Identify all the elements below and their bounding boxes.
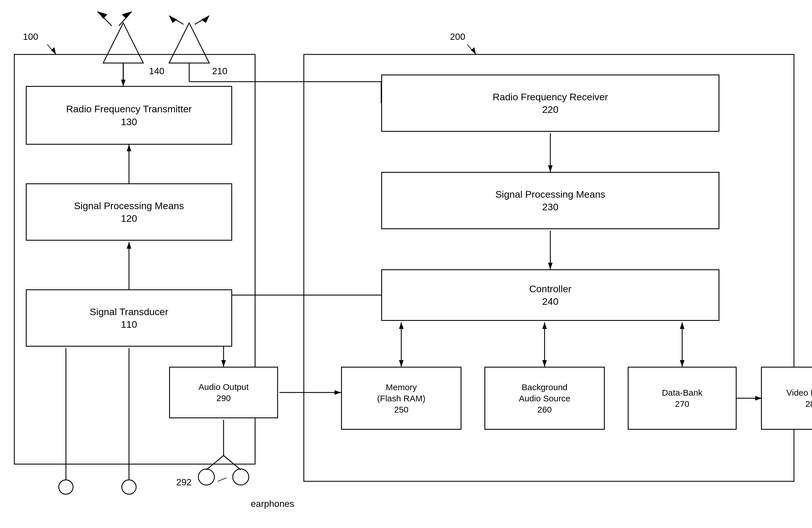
signal-transducer-label: Signal Transducer 110 xyxy=(90,305,168,331)
svg-point-24 xyxy=(122,480,136,494)
svg-marker-43 xyxy=(334,390,341,395)
rf-receiver-block: Radio Frequency Receiver 220 xyxy=(381,74,720,132)
ref-292: 292 xyxy=(176,477,191,488)
video-display-block: Video Display 280 xyxy=(761,367,812,430)
memory-block: Memory (Flash RAM) 250 xyxy=(341,367,462,430)
background-audio-block: Background Audio Source 260 xyxy=(484,367,605,430)
svg-point-23 xyxy=(59,480,73,494)
svg-line-56 xyxy=(218,478,227,481)
memory-label: Memory (Flash RAM) 250 xyxy=(377,382,425,415)
svg-marker-35 xyxy=(542,360,547,367)
svg-marker-22 xyxy=(127,242,131,249)
signal-processing-120-label: Signal Processing Means 120 xyxy=(74,200,184,225)
ref-100: 100 xyxy=(23,31,38,42)
svg-point-50 xyxy=(198,469,214,485)
earphones-label: earphones xyxy=(251,498,294,509)
svg-marker-39 xyxy=(680,322,684,329)
svg-marker-4 xyxy=(98,12,107,19)
svg-marker-6 xyxy=(122,12,132,19)
svg-line-3 xyxy=(98,12,112,26)
signal-processing-230-block: Signal Processing Means 230 xyxy=(381,172,720,229)
ref-210: 210 xyxy=(212,66,227,76)
svg-marker-46 xyxy=(221,360,226,367)
diagram: Radio Frequency Transmitter 130 Signal P… xyxy=(0,0,812,528)
rf-transmitter-label: Radio Frequency Transmitter 130 xyxy=(66,103,192,128)
ref-200: 200 xyxy=(450,31,465,42)
svg-marker-55 xyxy=(471,47,476,55)
video-display-label: Video Display 280 xyxy=(786,387,812,409)
signal-processing-120-block: Signal Processing Means 120 xyxy=(26,184,232,241)
svg-marker-38 xyxy=(680,360,684,367)
rf-receiver-label: Radio Frequency Receiver 220 xyxy=(493,90,608,116)
svg-line-52 xyxy=(47,44,56,55)
signal-processing-230-label: Signal Processing Means 230 xyxy=(495,188,605,213)
ref-140: 140 xyxy=(149,66,164,76)
svg-line-48 xyxy=(206,455,223,470)
svg-point-51 xyxy=(233,469,249,485)
signal-transducer-block: Signal Transducer 110 xyxy=(26,289,232,347)
audio-output-label: Audio Output 290 xyxy=(198,381,248,404)
svg-marker-33 xyxy=(399,322,404,329)
svg-line-5 xyxy=(119,12,132,26)
svg-line-10 xyxy=(169,16,184,24)
data-bank-label: Data-Bank 270 xyxy=(662,387,702,409)
svg-line-12 xyxy=(195,16,209,24)
svg-marker-18 xyxy=(121,80,126,86)
svg-marker-30 xyxy=(548,263,553,269)
svg-marker-13 xyxy=(201,16,209,23)
audio-output-block: Audio Output 290 xyxy=(169,367,278,418)
svg-marker-9 xyxy=(169,23,209,63)
svg-line-49 xyxy=(223,455,241,470)
controller-label: Controller 240 xyxy=(529,282,571,308)
svg-marker-11 xyxy=(169,16,177,23)
svg-line-54 xyxy=(467,44,476,55)
svg-marker-28 xyxy=(548,165,553,172)
svg-marker-32 xyxy=(399,360,404,367)
data-bank-block: Data-Bank 270 xyxy=(628,367,737,430)
controller-block: Controller 240 xyxy=(381,269,720,321)
svg-marker-20 xyxy=(127,145,131,151)
svg-marker-36 xyxy=(542,322,547,329)
svg-marker-2 xyxy=(103,23,143,63)
rf-transmitter-block: Radio Frequency Transmitter 130 xyxy=(26,86,232,145)
svg-marker-53 xyxy=(51,47,56,55)
background-audio-label: Background Audio Source 260 xyxy=(519,382,570,415)
